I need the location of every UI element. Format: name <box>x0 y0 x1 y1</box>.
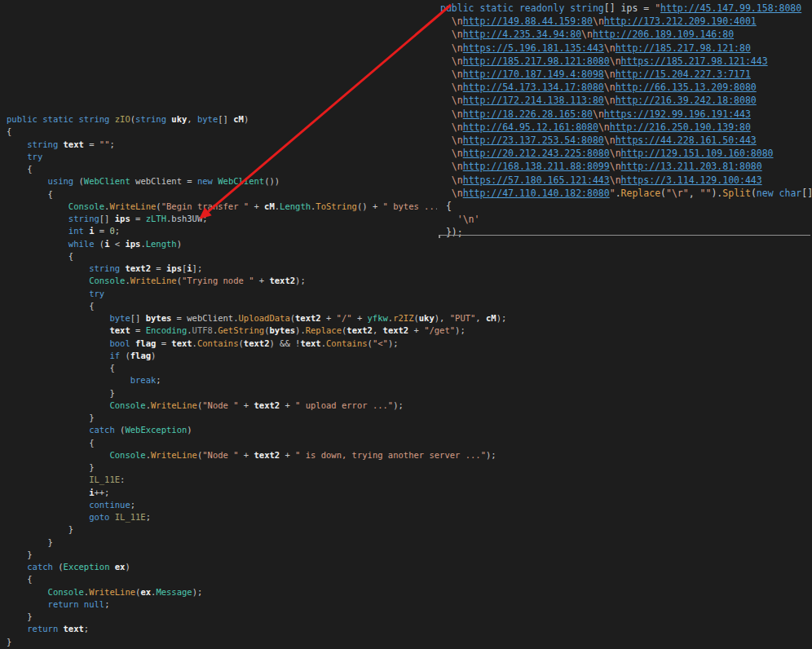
url-link[interactable]: http://172.214.138.113:80 <box>463 95 604 106</box>
url-link[interactable]: http://23.137.253.54:8080 <box>463 135 604 146</box>
code-token: { <box>7 126 11 136</box>
url-link[interactable]: http://47.110.140.182:8080 <box>463 188 610 199</box>
code-token: ( <box>115 425 126 435</box>
url-link[interactable]: https://3.114.129.100:443 <box>621 174 762 186</box>
code-line: { <box>0 437 812 449</box>
code-line: \nhttp://20.212.243.225:8080\nhttp://129… <box>440 147 812 160</box>
code-token: ); <box>486 450 496 460</box>
code-token: zLTH <box>146 214 166 223</box>
url-link[interactable]: http://216.39.242.18:8080 <box>616 95 757 106</box>
code-line: while (i < ips.Length) <box>0 238 812 250</box>
code-token: " upload error ..." <box>295 400 393 410</box>
code-token: bytes <box>269 325 295 335</box>
code-token: \n <box>604 82 616 93</box>
code-token: Length <box>280 201 311 211</box>
url-link[interactable]: http://15.204.227.3:7171 <box>616 68 751 80</box>
url-link[interactable]: https://57.180.165.121:443 <box>463 174 610 186</box>
url-link[interactable]: http://4.235.34.94:80 <box>463 29 581 40</box>
code-token: UploadData <box>238 313 289 323</box>
code-token: yfkw <box>368 313 388 323</box>
url-link[interactable]: http://64.95.12.161:8080 <box>463 121 598 133</box>
code-token: Message <box>156 587 192 597</box>
code-line: } <box>0 387 812 400</box>
code-token: ; <box>115 226 120 236</box>
code-token: + <box>352 313 368 323</box>
code-line: public static readonly string[] ips = "h… <box>440 2 812 15</box>
code-token: Contains <box>197 338 239 348</box>
code-token: ); <box>388 338 399 348</box>
code-token: \n <box>610 55 621 67</box>
code-token: } <box>7 537 53 547</box>
code-line: \nhttp://149.88.44.159:80\nhttp://173.21… <box>440 15 812 28</box>
code-token: "PUT" <box>450 313 476 323</box>
code-token: \n <box>440 95 463 106</box>
code-token: { <box>7 438 94 448</box>
url-link[interactable]: http://216.250.190.139:80 <box>610 121 751 133</box>
code-token: UTF8 <box>192 325 213 335</box>
url-link[interactable]: http://168.138.211.88:8099 <box>463 161 610 172</box>
code-token: return <box>7 599 79 609</box>
code-token: "<" <box>373 338 388 348</box>
url-link[interactable]: http://54.173.134.17:8080 <box>463 82 604 93</box>
code-token: ( <box>751 188 757 199</box>
code-line: \nhttp://168.138.211.88:8099\nhttp://13.… <box>440 160 812 173</box>
code-token: text <box>300 338 320 348</box>
code-token: + <box>254 276 269 285</box>
code-line: catch (WebException) <box>0 424 812 436</box>
code-token: WebClient <box>218 176 264 186</box>
code-line: return null; <box>0 598 812 611</box>
code-token: GetString <box>218 325 264 335</box>
code-token: , <box>689 188 700 199</box>
code-token: ) <box>177 239 182 249</box>
code-token: \n <box>604 68 616 80</box>
code-token: "\r" <box>666 188 689 199</box>
code-token: " bytes ..." <box>383 201 445 211</box>
url-link[interactable]: http://206.189.109.146:80 <box>593 29 734 40</box>
code-token: ); <box>455 325 466 335</box>
url-link[interactable]: http://18.226.28.165:80 <box>463 108 593 120</box>
code-line: Console.WriteLine("Node " + text2 + " up… <box>0 400 812 412</box>
url-link[interactable]: https://44.228.161.50:443 <box>616 135 757 146</box>
url-link[interactable]: https://192.99.196.191:443 <box>604 108 751 120</box>
code-token: webClient = <box>130 176 197 186</box>
url-link[interactable]: http://129.151.109.160:8080 <box>621 148 774 159</box>
code-token: , <box>373 325 383 335</box>
code-token: continue <box>7 500 130 510</box>
code-token: ; <box>109 139 114 149</box>
url-link[interactable]: https://5.196.181.135:443 <box>463 42 604 54</box>
code-line: return text; <box>0 623 812 635</box>
code-token: Console <box>7 201 104 211</box>
code-token: \n <box>598 121 610 133</box>
code-token: \n <box>440 15 463 27</box>
code-token: \n <box>581 29 593 40</box>
url-link[interactable]: http://185.217.98.121:80 <box>616 42 751 54</box>
code-token: \n <box>440 161 463 172</box>
code-token: ips <box>115 214 130 223</box>
code-token: Console <box>7 276 125 285</box>
code-token: + <box>280 400 295 410</box>
url-link[interactable]: http://66.135.13.209:8080 <box>616 82 757 93</box>
code-token: ex <box>140 587 151 597</box>
code-token: Console <box>7 450 146 460</box>
code-token: ( <box>73 176 84 186</box>
peek-definition-pane[interactable]: public static readonly string[] ips = "h… <box>437 0 812 238</box>
code-token: } <box>7 462 94 472</box>
code-line: { <box>0 573 812 585</box>
code-token: Replace <box>306 325 342 335</box>
code-token: " is down, trying another server ..." <box>295 450 486 460</box>
url-link[interactable]: http://13.211.203.81:8080 <box>621 161 762 172</box>
code-token: + <box>280 450 295 460</box>
url-link[interactable]: http://20.212.243.225:8080 <box>463 148 610 159</box>
url-link[interactable]: https://185.217.98.121:443 <box>621 55 768 67</box>
code-token: Length <box>146 239 177 249</box>
url-link[interactable]: http://170.187.149.4:8098 <box>463 68 604 80</box>
code-line: } <box>0 536 812 549</box>
url-link[interactable]: http://173.212.209.190:4001 <box>604 15 757 27</box>
url-link[interactable]: http://45.147.99.158:8080 <box>660 2 801 14</box>
code-token: { <box>7 363 115 373</box>
code-token: , <box>475 313 486 323</box>
url-link[interactable]: http://185.217.98.121:8080 <box>463 55 610 67</box>
code-line: \nhttp://47.110.140.182:8080".Replace("\… <box>440 187 812 200</box>
code-token: IL_11E <box>7 475 120 484</box>
url-link[interactable]: http://149.88.44.159:80 <box>463 15 593 27</box>
